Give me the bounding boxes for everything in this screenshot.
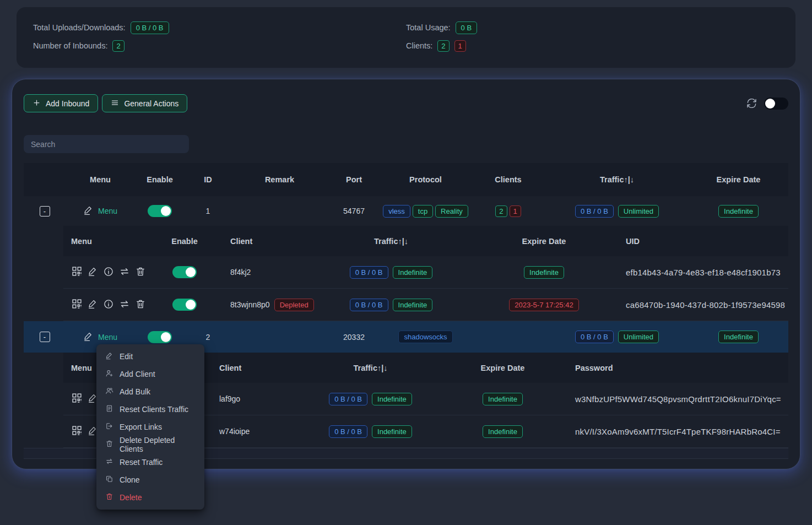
- trash-icon[interactable]: [135, 299, 146, 311]
- protocol-badge: Reality: [435, 205, 468, 218]
- search-input[interactable]: [24, 135, 189, 153]
- info-icon[interactable]: [103, 299, 114, 311]
- toggle-knob: [161, 332, 171, 342]
- client-name-cell: 8t3wjnn8p0 Depleted: [215, 299, 311, 311]
- menu-item-clone[interactable]: Clone: [96, 471, 204, 489]
- client-traffic: 0 B / 0 B Indefinite: [303, 425, 438, 438]
- general-actions-button[interactable]: General Actions: [102, 94, 187, 112]
- inbounds-panel: Add Inbound General Actions Menu: [12, 79, 800, 469]
- reset-traffic-icon[interactable]: [119, 266, 130, 279]
- toggle-knob: [161, 206, 171, 216]
- protocol-badge: shadowsocks: [398, 331, 452, 343]
- refresh-icon[interactable]: [746, 98, 757, 109]
- client-row: 8f4kj2 0 B / 0 B Indefinite Indefinite e…: [63, 256, 788, 289]
- header-enable: Enable: [135, 175, 185, 184]
- client-name: laf9go: [215, 394, 303, 403]
- traffic-badge: 0 B / 0 B: [350, 299, 388, 311]
- edit-pencil-icon: [83, 205, 94, 217]
- expire-badge: Indefinite: [718, 331, 759, 343]
- header-menu: Menu: [66, 175, 135, 184]
- toolbar: Add Inbound General Actions: [24, 94, 788, 112]
- expire-badge: Indefinite: [718, 205, 759, 218]
- sub-header-client: Client: [215, 364, 303, 372]
- client-enable-toggle[interactable]: [172, 266, 197, 278]
- dark-mode-toggle[interactable]: [764, 98, 788, 110]
- trash-icon: [105, 492, 113, 502]
- toggle-knob: [765, 99, 775, 109]
- depleted-badge: Depleted: [274, 299, 314, 311]
- inbound-traffic: 0 B / 0 B Unlimited: [545, 205, 689, 218]
- add-inbound-button[interactable]: Add Inbound: [24, 94, 98, 112]
- inbound-enable-toggle[interactable]: [148, 205, 172, 217]
- client-name: w74ioipe: [215, 427, 303, 436]
- inbound-enable-toggle[interactable]: [148, 331, 172, 343]
- users-add-icon: [105, 387, 113, 397]
- inbound-port: 54767: [328, 207, 380, 215]
- header-traffic-sort[interactable]: Traffic↑|↓: [545, 175, 689, 184]
- clients-count-badge: 2: [495, 205, 507, 217]
- uploads-downloads-label: Total Uploads/Downloads:: [33, 23, 126, 32]
- client-traffic: 0 B / 0 B Indefinite: [311, 266, 471, 279]
- info-icon[interactable]: [103, 266, 114, 279]
- inbound-menu-button[interactable]: Menu: [83, 205, 117, 217]
- stat-uploads-downloads: Total Uploads/Downloads: 0 B / 0 B: [33, 20, 406, 35]
- menu-item-reset-clients-traffic[interactable]: Reset Clients Traffic: [96, 400, 204, 418]
- client-name: 8t3wjnn8p0: [230, 300, 270, 309]
- qr-code-icon[interactable]: [71, 266, 83, 279]
- clients-active-count: 2: [437, 40, 449, 52]
- client-enable-toggle[interactable]: [172, 299, 197, 311]
- qr-code-icon[interactable]: [71, 425, 83, 438]
- qr-code-icon[interactable]: [71, 298, 83, 311]
- clients-label: Clients:: [406, 41, 432, 50]
- toolbar-right: [746, 98, 788, 110]
- edit-pencil-icon: [83, 331, 94, 343]
- menu-lines-icon: [111, 99, 119, 109]
- sub-header-client: Client: [215, 237, 311, 246]
- traffic-badge: 0 B / 0 B: [350, 266, 388, 279]
- menu-item-add-bulk[interactable]: Add Bulk: [96, 383, 204, 400]
- stats-left: Total Uploads/Downloads: 0 B / 0 B Numbe…: [33, 20, 406, 57]
- edit-pencil-icon[interactable]: [88, 266, 98, 278]
- inbound-menu-label: Menu: [98, 333, 117, 342]
- inbound-row-1[interactable]: - Menu 1 54767 vless tcp Reality: [24, 196, 788, 226]
- sub-header-expire: Expire Date: [471, 237, 617, 246]
- qr-code-icon[interactable]: [71, 392, 83, 405]
- expire-badge: Indefinite: [483, 393, 523, 405]
- menu-item-delete[interactable]: Delete: [96, 489, 204, 506]
- menu-item-delete-depleted-clients[interactable]: Delete Depleted Clients: [96, 436, 204, 453]
- edit-pencil-icon[interactable]: [88, 299, 98, 311]
- trash-icon: [105, 440, 113, 450]
- stats-right: Total Usage: 0 B Clients: 2 1: [406, 20, 779, 57]
- inbound-traffic: 0 B / 0 B Unlimited: [545, 331, 689, 343]
- menu-item-label: Delete Depleted Clients: [120, 436, 196, 453]
- header-port: Port: [328, 175, 380, 184]
- protocol-badge: vless: [383, 205, 410, 218]
- menu-item-add-client[interactable]: Add Client: [96, 365, 204, 383]
- toggle-knob: [186, 267, 196, 277]
- expire-badge: Indefinite: [483, 425, 523, 438]
- sub-header-password: Password: [567, 364, 788, 372]
- client-traffic: 0 B / 0 B Indefinite: [303, 393, 438, 405]
- sub-header-uid: UID: [617, 237, 788, 246]
- menu-item-reset-traffic[interactable]: Reset Traffic: [96, 453, 204, 471]
- menu-item-edit[interactable]: Edit: [96, 348, 204, 365]
- stat-inbounds: Number of Inbounds: 2: [33, 39, 406, 53]
- collapse-glyph: -: [44, 208, 46, 215]
- clone-icon: [105, 475, 113, 485]
- traffic-limit-badge: Indefinite: [372, 393, 412, 405]
- collapse-row-button[interactable]: -: [40, 332, 50, 342]
- client-name: 8f4kj2: [215, 268, 311, 277]
- collapse-row-button[interactable]: -: [40, 206, 50, 217]
- client-uid: ca68470b-1940-437d-802b-1f9573e94598: [617, 300, 788, 310]
- traffic-limit-badge: Indefinite: [393, 266, 433, 279]
- inbound-context-menu: Edit Add Client Add Bulk Reset Clients T…: [96, 344, 204, 510]
- inbound-menu-button[interactable]: Menu: [83, 331, 117, 343]
- traffic-limit-badge: Unlimited: [618, 205, 659, 218]
- export-icon: [105, 422, 113, 432]
- inbounds-label: Number of Inbounds:: [33, 41, 107, 50]
- toggle-knob: [186, 300, 196, 310]
- menu-item-export-links[interactable]: Export Links: [96, 418, 204, 436]
- uploads-downloads-value: 0 B / 0 B: [131, 21, 169, 34]
- trash-icon[interactable]: [135, 266, 146, 279]
- reset-traffic-icon[interactable]: [119, 299, 130, 311]
